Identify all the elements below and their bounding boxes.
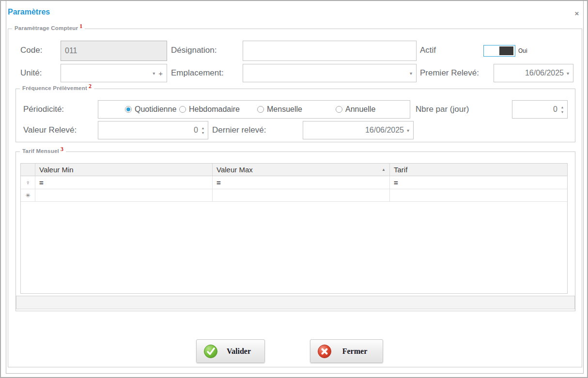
grid-header-indicator-cell	[21, 164, 35, 176]
emplacement-dropdown-icon[interactable]: ▾	[410, 71, 412, 76]
new-row-icon: ✳	[25, 192, 30, 199]
radio-hebdomadaire-circle	[179, 106, 186, 113]
valeur-releve-spinner-up-icon[interactable]: ▴	[202, 126, 204, 130]
group-tarif-badge: 3	[61, 146, 63, 152]
emplacement-label: Emplacement:	[171, 68, 224, 78]
new-row-cell-tarif[interactable]	[390, 189, 567, 201]
nbre-par-jour-value: 0	[516, 105, 557, 114]
designation-field[interactable]	[243, 41, 417, 61]
sort-asc-icon: ▲	[382, 167, 386, 172]
radio-annuelle-circle	[336, 106, 342, 113]
filter-row-pin-icon: ♀	[26, 179, 31, 186]
filter-cell-tarif[interactable]: =	[390, 176, 567, 189]
parametres-dialog: Paramètres × Paramètrage Compteur1 Code:…	[0, 0, 588, 378]
group-frequence-title: Fréquence Prélèvement2	[20, 85, 94, 92]
radio-annuelle[interactable]: Annuelle	[336, 101, 375, 118]
unite-dropdown-icon[interactable]: ▾	[153, 71, 155, 76]
dernier-releve-datepicker[interactable]: 16/06/2025 ▾	[303, 121, 414, 139]
new-row-indicator-cell: ✳	[21, 189, 35, 201]
premier-releve-dropdown-icon[interactable]: ▾	[567, 71, 569, 76]
valeur-releve-label: Valeur Relevé:	[23, 125, 77, 135]
unite-label: Unité:	[20, 68, 42, 78]
valider-button-label: Valider	[218, 347, 260, 356]
emplacement-combobox[interactable]: ▾	[243, 64, 417, 82]
premier-releve-value: 16/06/2025	[498, 69, 564, 77]
group-frequence-title-text: Fréquence Prélèvement	[22, 85, 87, 91]
grid-header-valeur-min[interactable]: Valeur Min	[35, 164, 213, 176]
radio-quotidienne-circle	[125, 106, 132, 113]
new-row-cell-valeur-min[interactable]	[35, 189, 213, 201]
filter-operator-valeur-min: =	[39, 179, 44, 187]
nbre-par-jour-label: Nbre par (jour)	[416, 105, 469, 114]
dialog-title: Paramètres	[8, 8, 50, 16]
actif-state-label: Oui	[518, 47, 527, 54]
nbre-par-jour-spinner[interactable]: 0 ▴ ▾	[512, 100, 568, 119]
tarif-grid-new-row: ✳	[21, 189, 567, 202]
tarif-grid: Valeur Min Valeur Max ▲ Tarif ♀ = = =	[20, 163, 568, 294]
nbre-spinner-down-icon[interactable]: ▾	[561, 110, 563, 114]
dernier-releve-dropdown-icon[interactable]: ▾	[407, 128, 409, 133]
unite-combobox[interactable]: ▾ +	[61, 64, 167, 82]
radio-annuelle-label: Annuelle	[345, 105, 375, 114]
valeur-releve-value: 0	[102, 126, 198, 135]
code-value: 011	[65, 46, 163, 55]
group-frequence-badge: 2	[89, 83, 92, 90]
filter-cell-valeur-max[interactable]: =	[213, 176, 390, 189]
radio-quotidienne[interactable]: Quotidienne	[125, 101, 176, 118]
tarif-grid-header: Valeur Min Valeur Max ▲ Tarif	[21, 164, 567, 176]
filter-operator-tarif: =	[394, 179, 398, 187]
valider-check-icon	[203, 344, 218, 359]
radio-mensuelle-circle	[257, 106, 264, 113]
dernier-releve-value: 16/06/2025	[307, 126, 404, 135]
grid-header-valeur-min-label: Valeur Min	[39, 166, 74, 174]
actif-label: Actif	[420, 45, 436, 55]
grid-header-valeur-max-label: Valeur Max	[217, 166, 253, 174]
nbre-spinner-up-icon[interactable]: ▴	[561, 106, 563, 109]
new-row-cell-valeur-max[interactable]	[213, 189, 390, 201]
tarif-grid-footer	[16, 296, 575, 309]
unite-add-icon[interactable]: +	[158, 69, 163, 77]
group-tarif-title-text: Tarif Mensuel	[22, 148, 59, 154]
radio-quotidienne-label: Quotidienne	[135, 105, 176, 114]
fermer-button-label: Fermer	[332, 347, 378, 356]
radio-hebdomadaire-label: Hebdomadaire	[189, 105, 240, 114]
periodicite-label: Périodicité:	[23, 105, 64, 114]
group-tarif-title: Tarif Mensuel3	[20, 148, 66, 155]
dernier-releve-label: Dernier relevé:	[212, 125, 266, 135]
grid-header-valeur-max[interactable]: Valeur Max ▲	[213, 164, 390, 176]
close-icon[interactable]: ×	[572, 8, 582, 19]
filter-operator-valeur-max: =	[217, 179, 221, 187]
code-field[interactable]: 011	[61, 41, 167, 61]
group-parametrage-badge: 1	[79, 23, 82, 30]
radio-hebdomadaire[interactable]: Hebdomadaire	[179, 101, 240, 118]
tarif-grid-filter-row: ♀ = = =	[21, 176, 567, 189]
fermer-button[interactable]: Fermer	[310, 339, 383, 363]
group-parametrage-title-text: Paramètrage Compteur	[15, 25, 78, 31]
valeur-releve-spinner[interactable]: 0 ▴ ▾	[98, 121, 208, 139]
valeur-releve-spinner-down-icon[interactable]: ▾	[202, 131, 204, 135]
code-label: Code:	[20, 45, 42, 55]
actif-toggle-thumb	[499, 46, 513, 55]
filter-row-indicator-cell: ♀	[21, 176, 35, 189]
group-parametrage-title: Paramètrage Compteur1	[12, 25, 85, 32]
grid-header-tarif-label: Tarif	[394, 166, 407, 174]
radio-mensuelle-label: Mensuelle	[267, 105, 302, 114]
actif-toggle[interactable]	[483, 45, 515, 57]
filter-cell-valeur-min[interactable]: =	[35, 176, 213, 189]
premier-releve-datepicker[interactable]: 16/06/2025 ▾	[494, 64, 573, 82]
premier-releve-label: Premier Relevé:	[420, 68, 479, 78]
designation-label: Désignation:	[171, 45, 217, 55]
periodicite-radio-group: Quotidienne Hebdomadaire Mensuelle Annue…	[98, 100, 410, 119]
radio-mensuelle[interactable]: Mensuelle	[257, 101, 302, 118]
valider-button[interactable]: Valider	[196, 339, 265, 363]
grid-header-tarif[interactable]: Tarif	[390, 164, 567, 176]
fermer-close-icon	[317, 344, 332, 359]
